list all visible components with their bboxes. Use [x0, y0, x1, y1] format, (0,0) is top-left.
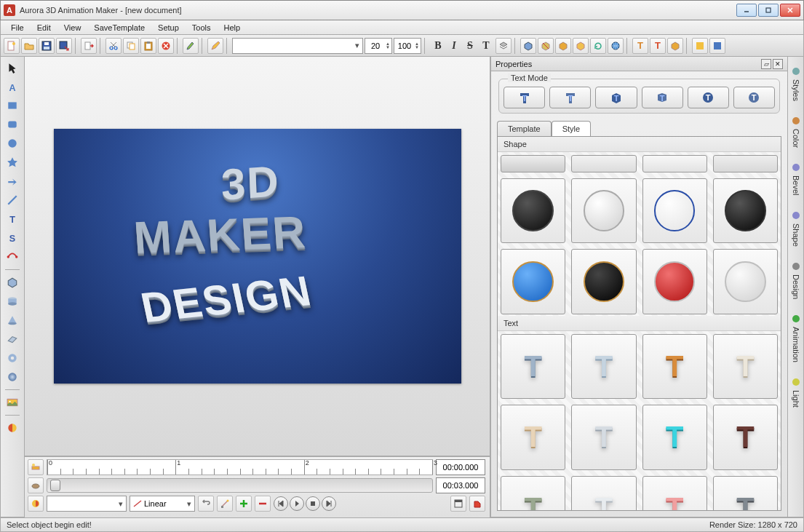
text-swatch-6[interactable]: T [642, 405, 707, 469]
sphere-tool[interactable] [4, 369, 21, 385]
star-tool[interactable] [4, 154, 21, 170]
shape-swatch-1[interactable] [571, 155, 636, 172]
loop-button[interactable] [198, 496, 214, 512]
text-swatch-9[interactable]: T [571, 476, 636, 511]
add-keyframe-button[interactable] [236, 496, 252, 512]
text-swatch-4[interactable]: T [501, 405, 565, 469]
interpolation-combo[interactable]: Linear [130, 496, 195, 512]
font-style-i[interactable]: I [446, 38, 462, 54]
menu-file[interactable]: File [5, 22, 30, 33]
cone-tool[interactable] [4, 312, 21, 328]
pencil-button[interactable] [207, 38, 223, 54]
rect-tool[interactable] [4, 98, 21, 114]
shape-swatch-8[interactable] [501, 249, 565, 314]
camera-tool[interactable] [4, 420, 21, 436]
font-style-b[interactable]: B [430, 38, 446, 54]
side-tab-bevel[interactable]: Bevel [789, 157, 803, 201]
t3d-1-button[interactable]: T [632, 38, 648, 54]
timeline-motion-button[interactable] [28, 496, 44, 512]
refresh-button[interactable] [590, 38, 606, 54]
image-tool[interactable] [4, 394, 21, 410]
text-swatch-5[interactable]: T [571, 405, 636, 469]
maximize-button[interactable] [758, 4, 779, 17]
side-tab-styles[interactable]: Styles [789, 61, 803, 106]
canvas-3d[interactable]: 3D MAKER DESIGN [54, 129, 461, 384]
tab-style[interactable]: Style [552, 121, 591, 136]
shape-swatch-10[interactable] [642, 249, 707, 314]
side-tab-animation[interactable]: Animation [789, 309, 803, 368]
font-size-2[interactable]: ▲▼ [394, 38, 421, 54]
pointer-tool[interactable] [4, 60, 21, 76]
shape-swatch-6[interactable] [642, 178, 707, 243]
text-mode-5[interactable]: T [688, 87, 729, 108]
text-swatch-3[interactable]: T [713, 334, 778, 399]
current-time-field[interactable]: 00:00.000 [436, 459, 485, 475]
shape-swatch-9[interactable] [571, 249, 636, 314]
menu-edit[interactable]: Edit [31, 22, 57, 33]
brush-button[interactable] [183, 38, 199, 54]
round-rect-tool[interactable] [4, 116, 21, 132]
text-mode-4[interactable]: T [642, 87, 683, 108]
shape-swatch-2[interactable] [642, 155, 707, 172]
plane-tool[interactable] [4, 331, 21, 347]
pen-tool[interactable] [4, 249, 21, 265]
font-size-1[interactable]: ▲▼ [365, 38, 392, 54]
cube-tool[interactable] [4, 274, 21, 290]
menu-setup[interactable]: Setup [152, 22, 185, 33]
end-time-field[interactable]: 00:03.000 [436, 477, 485, 493]
open-button[interactable] [21, 38, 37, 54]
timeline-slider[interactable] [47, 478, 433, 493]
shape-swatch-0[interactable] [501, 155, 565, 172]
stop-button[interactable] [306, 496, 320, 511]
paste-button[interactable] [140, 38, 156, 54]
line-tool[interactable] [4, 192, 21, 208]
side-tab-color[interactable]: Color [789, 111, 803, 153]
save-button[interactable] [39, 38, 55, 54]
cylinder-tool[interactable] [4, 293, 21, 309]
font-style-t[interactable]: T [478, 38, 494, 54]
torus-tool[interactable] [4, 350, 21, 366]
text-swatch-2[interactable]: T [642, 334, 707, 399]
delete-button[interactable] [158, 38, 174, 54]
text-swatch-8[interactable]: T [501, 476, 565, 511]
text-mode-1[interactable]: T [504, 87, 545, 108]
menu-view[interactable]: View [58, 22, 87, 33]
animation-preset-combo[interactable] [47, 496, 127, 512]
shape-swatch-4[interactable] [501, 178, 565, 243]
text-a-tool[interactable]: A [4, 79, 21, 95]
cube-4-button[interactable] [573, 38, 589, 54]
shape-swatch-5[interactable] [571, 178, 636, 243]
shape-swatch-7[interactable] [713, 178, 778, 243]
viewport[interactable]: 3D MAKER DESIGN [25, 57, 490, 456]
cube-2-button[interactable] [538, 38, 554, 54]
text-mode-3[interactable]: T [595, 87, 637, 108]
timeline-export-button[interactable] [469, 496, 485, 512]
side-tab-light[interactable]: Light [789, 372, 803, 413]
text-swatch-7[interactable]: T [713, 405, 778, 469]
panel-close-button[interactable]: ✕ [773, 59, 783, 69]
minimize-button[interactable] [736, 4, 757, 17]
menu-savetemplate[interactable]: SaveTemplate [88, 22, 151, 33]
t3d-3-button[interactable] [667, 38, 683, 54]
arrow-tool[interactable] [4, 173, 21, 189]
tab-template[interactable]: Template [497, 121, 552, 136]
text-mode-2[interactable]: T [549, 87, 591, 108]
cube-3-button[interactable] [555, 38, 571, 54]
circle-tool[interactable] [4, 135, 21, 151]
timeline-keyframe-button[interactable] [28, 459, 44, 475]
new-button[interactable] [4, 38, 20, 54]
timeline-slider-thumb[interactable] [50, 480, 60, 491]
copy-button[interactable] [123, 38, 139, 54]
text-swatch-1[interactable]: T [571, 334, 636, 399]
layers-button[interactable] [495, 38, 512, 54]
cube-1-button[interactable] [520, 38, 536, 54]
fg-color-button[interactable] [709, 38, 725, 54]
shape-swatch-11[interactable] [713, 249, 778, 314]
globe-button[interactable] [608, 38, 624, 54]
export-button[interactable] [81, 38, 97, 54]
text-swatch-10[interactable]: T [642, 476, 707, 511]
timeline-panel-button[interactable] [450, 496, 466, 512]
menu-help[interactable]: Help [218, 22, 247, 33]
play-button[interactable] [290, 496, 304, 511]
settings-button[interactable] [217, 496, 233, 512]
